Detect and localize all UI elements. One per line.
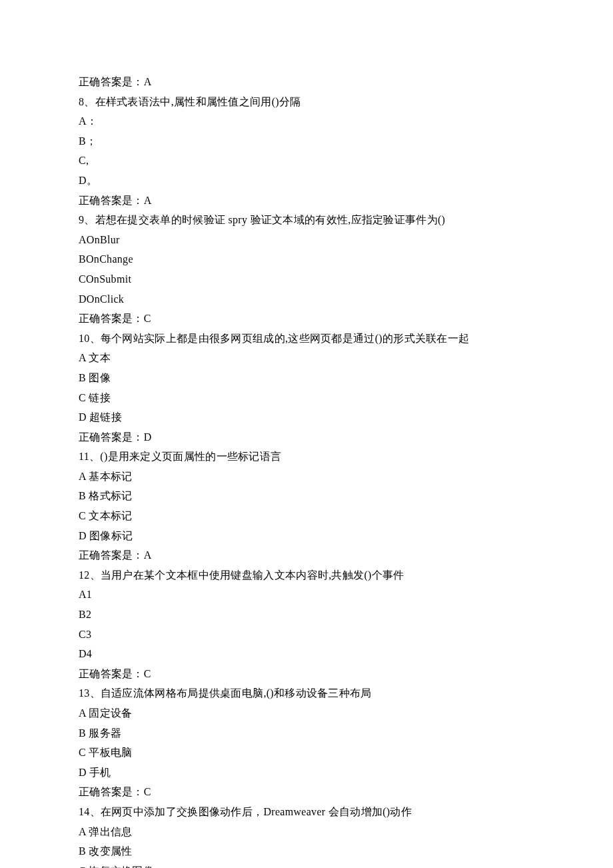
option-a: A： <box>79 111 534 131</box>
answer-line: 正确答案是：C <box>79 782 534 802</box>
question-stem: 8、在样式表语法中,属性和属性值之间用()分隔 <box>79 92 534 112</box>
option-c: C, <box>79 151 534 171</box>
option-b: BOnChange <box>79 249 534 269</box>
option-a: A1 <box>79 585 534 605</box>
answer-line: 正确答案是：A <box>79 191 534 211</box>
option-a: A 弹出信息 <box>79 822 534 842</box>
option-d: D。 <box>79 171 534 191</box>
option-d: D 手机 <box>79 763 534 783</box>
question-stem: 13、自适应流体网格布局提供桌面电脑,()和移动设备三种布局 <box>79 683 534 703</box>
option-b: B 图像 <box>79 368 534 388</box>
question-stem: 9、若想在提交表单的时候验证 spry 验证文本域的有效性,应指定验证事件为() <box>79 210 534 230</box>
option-c: C 文本标记 <box>79 506 534 526</box>
option-b: B 服务器 <box>79 723 534 743</box>
option-b: B 改变属性 <box>79 841 534 861</box>
answer-line: 正确答案是：D <box>79 427 534 447</box>
option-c: C3 <box>79 625 534 645</box>
option-c: C 平板电脑 <box>79 743 534 763</box>
option-a: AOnBlur <box>79 230 534 250</box>
option-d: D 图像标记 <box>79 526 534 546</box>
answer-line: 正确答案是：C <box>79 309 534 329</box>
question-stem: 11、()是用来定义页面属性的一些标记语言 <box>79 447 534 467</box>
option-b: B2 <box>79 605 534 625</box>
option-c: C 恢复交换图像 <box>79 861 534 868</box>
option-d: DOnClick <box>79 289 534 309</box>
question-stem: 12、当用户在某个文本框中使用键盘输入文本内容时,共触发()个事件 <box>79 565 534 585</box>
option-a: A 基本标记 <box>79 467 534 487</box>
option-d: D4 <box>79 644 534 664</box>
option-a: A 固定设备 <box>79 703 534 723</box>
option-d: D 超链接 <box>79 407 534 427</box>
option-c: COnSubmit <box>79 269 534 289</box>
option-a: A 文本 <box>79 348 534 368</box>
option-c: C 链接 <box>79 388 534 408</box>
question-stem: 10、每个网站实际上都是由很多网页组成的,这些网页都是通过()的形式关联在一起 <box>79 329 534 349</box>
answer-line: 正确答案是：A <box>79 72 534 92</box>
question-stem: 14、在网页中添加了交换图像动作后，Dreamweaver 会自动增加()动作 <box>79 802 534 822</box>
answer-line: 正确答案是：C <box>79 664 534 684</box>
answer-line: 正确答案是：A <box>79 545 534 565</box>
option-b: B； <box>79 131 534 151</box>
document-page: 正确答案是：A 8、在样式表语法中,属性和属性值之间用()分隔 A： B； C,… <box>0 0 613 868</box>
option-b: B 格式标记 <box>79 486 534 506</box>
